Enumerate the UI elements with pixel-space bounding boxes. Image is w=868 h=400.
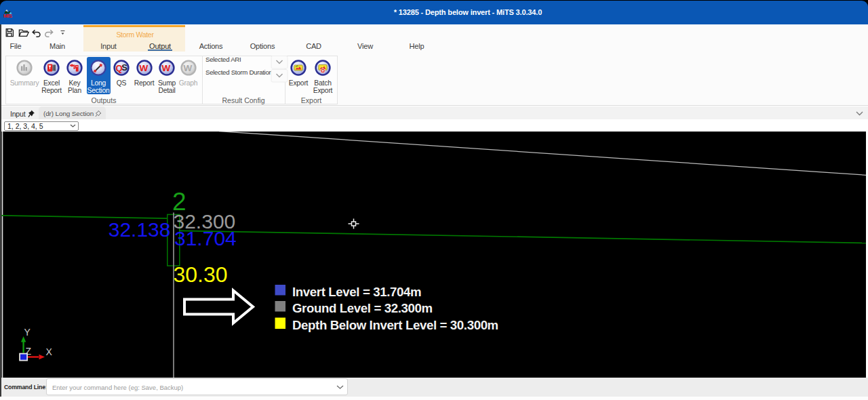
svg-text:Invert Level = 31.704m: Invert Level = 31.704m xyxy=(292,284,421,298)
svg-text:30.30: 30.30 xyxy=(174,262,228,287)
svg-text:W: W xyxy=(139,62,148,73)
svg-text:MiTS: MiTS xyxy=(3,13,12,18)
svg-text:S: S xyxy=(121,62,127,73)
svg-text:W: W xyxy=(162,62,171,73)
svg-text:Depth Below Invert Level = 30.: Depth Below Invert Level = 30.300m xyxy=(292,317,498,332)
svg-text:X: X xyxy=(46,346,53,357)
svg-text:32.138: 32.138 xyxy=(108,218,171,241)
svg-text:Y: Y xyxy=(24,326,31,337)
svg-text:W: W xyxy=(183,62,192,73)
svg-text:Ground Level = 32.300m: Ground Level = 32.300m xyxy=(292,301,433,315)
svg-text:31.704: 31.704 xyxy=(174,227,237,249)
